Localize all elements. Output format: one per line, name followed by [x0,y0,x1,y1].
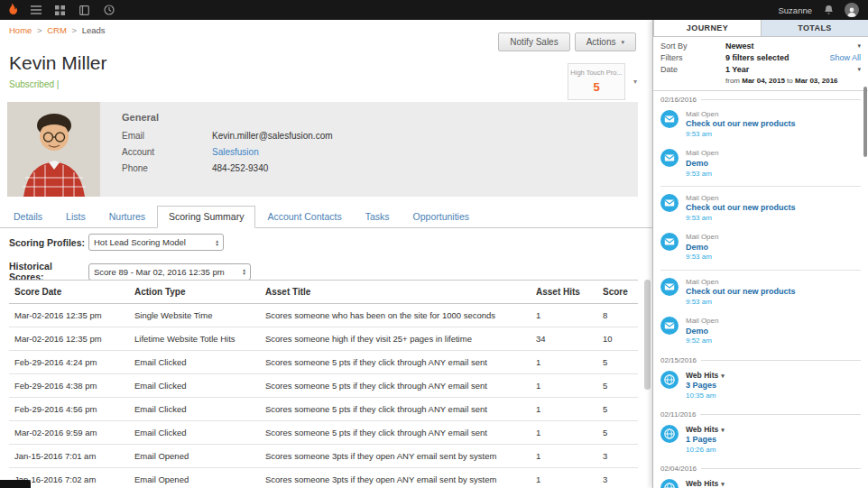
browser-status-chip [0,480,31,488]
history-clock-icon[interactable] [97,0,121,20]
lead-photo [7,102,100,197]
separator-line [701,360,861,361]
table-row[interactable]: Feb-29-2016 4:24 pm Email Clicked Scores… [9,351,638,374]
event-type-label[interactable]: Web Hits▾ [686,371,861,381]
sort-by-value[interactable]: Newest [725,41,754,51]
col-asset-hits: Asset Hits [531,281,597,304]
cell-score-date: Mar-02-2016 9:59 am [9,421,129,445]
field-label: Account [122,147,212,157]
web-hits-event[interactable]: Web Hits▾ 3 Pages 8:10 am [653,474,868,488]
crm-app-window: Suzanne Home > CRM > Leads Notify Sales … [0,0,868,488]
cell-asset-title: Scores someone 5 pts if they click throu… [260,398,531,421]
general-field-row: Account Salesfusion [122,147,333,157]
table-row[interactable]: Jan-16-2016 7:02 am Email Opened Scores … [9,468,638,488]
event-detail-link[interactable]: Check out our new products [686,203,861,214]
event-time: 9:53 am [686,298,861,307]
historical-score-select[interactable]: Score 89 - Mar 02, 2016 12:35 pm ▴▾ [88,263,251,281]
tab[interactable]: Scoring Summary [157,206,255,228]
breadcrumb-crm[interactable]: CRM [47,25,67,35]
general-field-row: Phone 484-252-9340 [122,163,333,173]
cell-action-type: Lifetime Website Totle Hits [129,327,260,351]
table-row[interactable]: Mar-02-2016 12:35 pm Lifetime Website To… [9,327,638,351]
apps-grid-icon[interactable] [48,0,72,20]
salesfusion-logo[interactable] [0,0,23,20]
separator-line [701,99,861,100]
event-detail-link[interactable]: Check out our new products [686,119,861,130]
mail-icon [660,233,679,251]
show-all-link[interactable]: Show All [829,53,861,62]
breadcrumb-home[interactable]: Home [9,25,32,35]
mail-open-event[interactable]: Mail Open Check out our new products 9:5… [653,273,868,312]
mail-open-event[interactable]: Mail Open Demo 9:53 am [653,228,868,267]
cell-score: 5 [597,398,638,421]
event-detail-link[interactable]: Demo [686,159,861,170]
event-detail-link[interactable]: 3 Pages [686,381,861,391]
modules-icon[interactable] [72,0,97,20]
menu-icon[interactable] [23,0,48,20]
notify-sales-label: Notify Sales [510,37,558,47]
cell-asset-hits: 1 [531,351,597,374]
table-row[interactable]: Mar-02-2016 12:35 pm Single Website Time… [9,304,638,327]
scoring-profile-select[interactable]: Hot Lead Scoring Model ▴▾ [88,234,224,251]
chevron-down-icon[interactable]: ▾ [857,42,861,50]
table-row[interactable]: Mar-02-2016 9:59 am Email Clicked Scores… [9,421,638,445]
cell-score-date: Mar-02-2016 12:35 pm [9,327,129,351]
actions-dropdown-button[interactable]: Actions ▾ [575,32,636,51]
tab[interactable]: Lists [54,206,97,228]
high-touch-score-card[interactable]: High Touch Pro... 5 [568,63,625,100]
event-detail-link[interactable]: Check out our new products [686,287,861,298]
event-detail-link[interactable]: Demo [686,327,861,337]
notifications-bell-icon[interactable] [821,0,836,20]
event-type-label[interactable]: Web Hits▾ [686,479,861,488]
current-user-name[interactable]: Suzanne [778,5,812,15]
cell-action-type: Email Opened [129,468,260,488]
tab[interactable]: Nurtures [97,206,157,228]
date-filter-value[interactable]: 1 Year [725,65,749,74]
scoring-summary-table: Score Date Action Type Asset Title Asset… [9,280,638,488]
event-type-label[interactable]: Web Hits▾ [686,425,861,435]
score-card-chevron-icon[interactable]: ▾ [633,78,637,86]
journey-scrollbar-thumb[interactable] [863,87,867,157]
filters-selected-value[interactable]: 9 filters selected [725,53,790,62]
mail-open-event[interactable]: Mail Open Demo 9:53 am [653,144,868,183]
timeline-date-separator: 02/04/2016 [653,460,868,474]
cell-asset-hits: 1 [531,398,597,421]
tab[interactable]: Details [2,206,54,228]
notify-sales-button[interactable]: Notify Sales [498,32,569,51]
mail-open-event[interactable]: Mail Open Check out our new products 9:5… [653,106,868,144]
cell-asset-hits: 1 [531,421,597,445]
lead-name-heading: Kevin Miller [9,52,107,74]
tab[interactable]: Tasks [354,206,402,228]
journey-tab[interactable]: TOTALS [761,20,868,36]
chevron-down-icon: ▾ [721,427,725,433]
event-detail-link[interactable]: 1 Pages [686,435,861,446]
main-scrollbar-thumb[interactable] [644,280,651,390]
chevron-down-icon[interactable]: ▾ [857,66,861,73]
table-header-row: Score Date Action Type Asset Title Asset… [9,281,638,304]
web-hits-event[interactable]: Web Hits▾ 3 Pages 10:35 am [653,366,868,406]
timeline-date-separator: 02/15/2016 [653,352,868,366]
table-row[interactable]: Feb-29-2016 4:56 pm Email Clicked Scores… [9,398,638,421]
table-row[interactable]: Feb-29-2016 4:38 pm Email Clicked Scores… [9,374,638,398]
mail-icon [660,278,679,296]
breadcrumb-separator: > [71,25,77,35]
journey-tab[interactable]: JOURNEY [653,20,761,36]
tab[interactable]: Account Contacts [255,206,353,228]
mail-open-event[interactable]: Mail Open Demo 9:52 am [653,312,868,351]
subscription-status: Subscribed | [9,79,59,89]
field-value: 484-252-9340 [212,163,268,173]
cell-asset-title: Scores someone 5 pts if they click throu… [260,421,531,445]
lead-profile-section: General Email Kevin.miller@salesfusion.c… [7,102,638,197]
user-avatar[interactable] [845,3,859,17]
web-hits-event[interactable]: Web Hits▾ 1 Pages 10:26 am [653,420,868,460]
tab[interactable]: Opportunities [402,206,481,228]
cell-score: 5 [597,351,638,374]
topbar-right: Suzanne [778,0,868,20]
timeline-date-label: 02/15/2016 [660,356,697,364]
event-detail-link[interactable]: Demo [686,243,861,253]
field-label: Email [122,131,212,141]
scoring-profile-selected-value: Hot Lead Scoring Model [94,237,186,247]
filters-row: Filters 9 filters selected Show All [660,53,861,62]
mail-open-event[interactable]: Mail Open Check out our new products 9:5… [653,189,868,228]
table-row[interactable]: Jan-15-2016 7:01 am Email Opened Scores … [9,445,638,468]
